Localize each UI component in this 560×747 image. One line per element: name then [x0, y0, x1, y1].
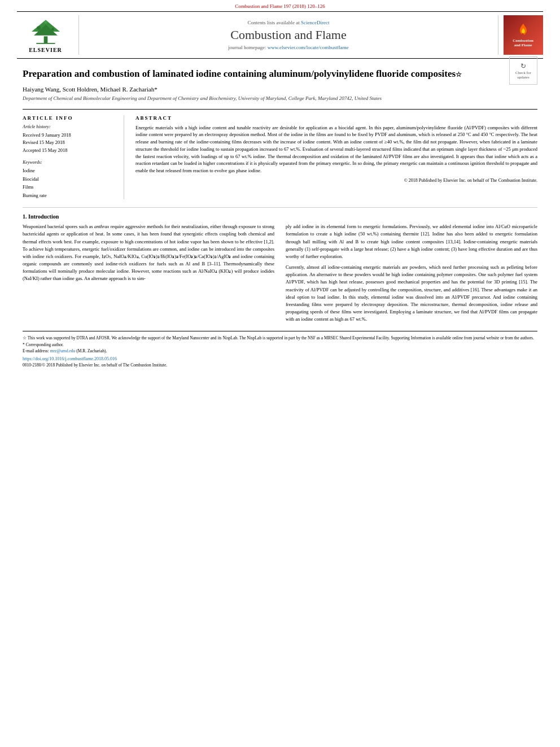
intro-divider — [23, 207, 537, 208]
article-title: Preparation and combustion of laminated … — [23, 68, 537, 80]
svg-point-5 — [51, 28, 54, 30]
keyword-films: Films — [23, 183, 117, 191]
corresponding-footnote: * Corresponding author. — [23, 342, 537, 348]
body-left-col: Weaponized bacterial spores such as anth… — [23, 223, 274, 326]
footnote-area: ☆ This work was supported by DTRA and AF… — [23, 331, 537, 354]
journal-title: Combustion and Flame — [230, 28, 346, 42]
doi-link[interactable]: https://doi.org/10.1016/j.combustflame.2… — [23, 356, 117, 361]
abstract-label: ABSTRACT — [135, 115, 537, 121]
svg-point-4 — [37, 26, 41, 30]
email-link[interactable]: mrz@umd.edu — [50, 348, 76, 353]
accepted-date: Accepted 15 May 2018 — [23, 147, 117, 155]
keyword-burning-rate: Burning rate — [23, 191, 117, 199]
affiliation: Department of Chemical and Biomolecular … — [23, 95, 537, 102]
homepage-url[interactable]: www.elsevier.com/locate/combustflame — [268, 45, 349, 50]
keyword-iodine: Iodine — [23, 167, 117, 174]
svg-rect-0 — [43, 36, 47, 43]
elsevier-wordmark: ELSEVIER — [29, 47, 62, 53]
main-content: 1. Introduction Weaponized bacterial spo… — [23, 207, 537, 326]
flame-icon — [515, 23, 531, 38]
email-footnote: E-mail address: mrz@umd.edu (M.R. Zachar… — [23, 348, 537, 354]
article-info-abstract: ARTICLE INFO Article history: Received 9… — [23, 115, 537, 200]
header-divider — [23, 109, 537, 110]
abstract-text: Energetic materials with a high iodine c… — [135, 124, 537, 174]
revised-date: Revised 15 May 2018 — [23, 139, 117, 147]
intro-heading: 1. Introduction — [23, 213, 59, 220]
keywords-label: Keywords: — [23, 160, 117, 165]
flame-logo-line2: and Flame — [514, 43, 532, 47]
body-right-col: ply add iodine in its elemental form to … — [286, 223, 537, 326]
flame-logo-container: Combustion and Flame — [498, 15, 543, 55]
received-date: Received 9 January 2018 — [23, 132, 117, 139]
intro-para-2: ply add iodine in its elemental form to … — [286, 223, 537, 260]
contents-available: Contents lists available at ScienceDirec… — [248, 20, 330, 25]
check-updates-badge[interactable]: ↻ Check for updates — [509, 56, 537, 85]
journal-header: ELSEVIER Contents lists available at Sci… — [17, 11, 543, 59]
history-label: Article history: — [23, 124, 117, 129]
copyright: © 2018 Published by Elsevier Inc. on beh… — [135, 178, 537, 183]
keyword-biocidal: Biocidal — [23, 175, 117, 183]
flame-logo-line1: Combustion — [513, 38, 533, 43]
doi-line: https://doi.org/10.1016/j.combustflame.2… — [23, 356, 537, 361]
journal-homepage: journal homepage: www.elsevier.com/locat… — [228, 45, 348, 50]
abstract-col: ABSTRACT Energetic materials with a high… — [135, 115, 537, 200]
elsevier-tree-icon — [26, 18, 65, 46]
sciencedirect-link[interactable]: ScienceDirect — [301, 20, 329, 25]
journal-ref-link[interactable]: Combustion and Flame 197 (2018) 120–126 — [235, 3, 325, 9]
article-info-col: ARTICLE INFO Article history: Received 9… — [23, 115, 124, 200]
star-footnote: ☆ This work was supported by DTRA and AF… — [23, 335, 537, 341]
journal-center: Contents lists available at ScienceDirec… — [84, 15, 493, 55]
article-info-label: ARTICLE INFO — [23, 115, 117, 121]
body-two-col: Weaponized bacterial spores such as anth… — [23, 223, 537, 326]
authors: Haiyang Wang, Scott Holdren, Michael R. … — [23, 86, 537, 93]
svg-point-6 — [44, 20, 47, 23]
intro-para-3: Currently, almost all iodine-containing … — [286, 264, 537, 323]
flame-journal-logo: Combustion and Flame — [504, 15, 543, 55]
top-bar: Combustion and Flame 197 (2018) 120–126 — [0, 0, 560, 11]
issn-line: 0010-2180/© 2018 Published by Elsevier I… — [23, 362, 537, 368]
paper-content: ↻ Check for updates Preparation and comb… — [23, 59, 537, 199]
intro-para-1: Weaponized bacterial spores such as anth… — [23, 223, 274, 282]
elsevier-logo-container: ELSEVIER — [17, 15, 79, 55]
